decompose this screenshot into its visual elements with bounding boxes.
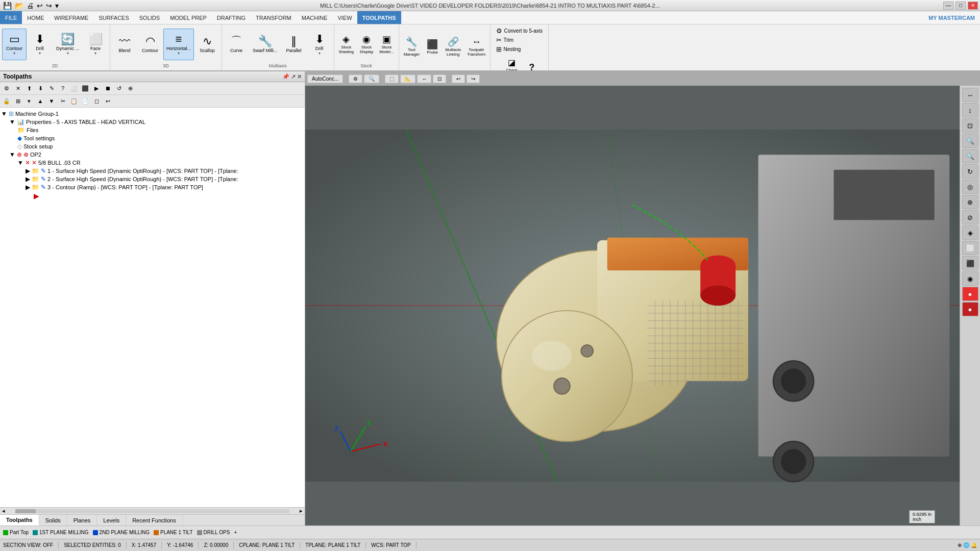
vp-grid-btn[interactable]: ⬚ bbox=[385, 74, 399, 83]
ribbon-btn-curve[interactable]: ⌒ Curve bbox=[224, 29, 249, 60]
vp-pan-btn[interactable]: ↔ bbox=[417, 74, 431, 83]
panel-btn-down[interactable]: ▼ bbox=[46, 96, 57, 106]
vp-settings-btn[interactable]: ⚙ bbox=[349, 74, 362, 83]
panel-btn-11[interactable]: ↺ bbox=[114, 83, 124, 93]
ribbon-btn-swarf[interactable]: 🔧 Swarf Milli... bbox=[250, 29, 281, 60]
face-dropdown[interactable]: ▾ bbox=[94, 51, 96, 56]
qat-undo-icon[interactable]: ↩ bbox=[36, 1, 44, 10]
ribbon-btn-dynamic[interactable]: 🔄 Dynamic ... ▾ bbox=[53, 29, 82, 60]
side-btn-13[interactable]: ◉ bbox=[962, 271, 978, 286]
side-btn-14-red[interactable]: ● bbox=[962, 287, 978, 301]
panel-btn-8[interactable]: ⬛ bbox=[80, 83, 90, 93]
ribbon-btn-probe[interactable]: ⬛ Probe bbox=[423, 31, 442, 63]
tab-planes[interactable]: Planes bbox=[67, 515, 97, 525]
status-icons[interactable]: ⊕ 🌐 🔔 bbox=[958, 542, 977, 548]
menu-machine[interactable]: MACHINE bbox=[297, 11, 333, 24]
panel-btn-lock[interactable]: 🔒 bbox=[2, 96, 12, 106]
side-btn-9[interactable]: ⊘ bbox=[962, 210, 978, 224]
quick-access-toolbar[interactable]: 💾 📂 🖨 ↩ ↪ ▾ bbox=[2, 1, 60, 10]
menu-transform[interactable]: TRANSFORM bbox=[251, 11, 297, 24]
panel-float-icon[interactable]: ↗ bbox=[291, 73, 296, 80]
ribbon-btn-blend[interactable]: 〰 Blend bbox=[112, 29, 137, 60]
qat-open-icon[interactable]: 📂 bbox=[14, 1, 24, 10]
menu-wireframe[interactable]: WIREFRAME bbox=[49, 11, 93, 24]
tab-solids[interactable]: Solids bbox=[39, 515, 67, 525]
menu-solids[interactable]: SOLIDS bbox=[134, 11, 165, 24]
vp-undo-btn[interactable]: ↩ bbox=[452, 74, 465, 83]
tree-op1[interactable]: ▶ 📁 ✎ 1 - Surface High Speed (Dynamic Op… bbox=[1, 167, 304, 175]
tree-files[interactable]: 📁 Files bbox=[1, 126, 304, 134]
drill-ops-expand[interactable]: + bbox=[234, 530, 237, 535]
ribbon-btn-parallel[interactable]: ∥ Parallel bbox=[282, 29, 306, 60]
viewport[interactable]: AutoConc... ⚙ 🔍 ⬚ 📐 ↔ ⊡ ↩ ↪ bbox=[305, 71, 980, 525]
panel-btn-regen[interactable]: ↩ bbox=[103, 96, 113, 106]
side-btn-12[interactable]: ⬛ bbox=[962, 256, 978, 270]
ribbon-btn-convert-5axis[interactable]: ⚙ Convert to 5-axis bbox=[495, 27, 544, 35]
vp-autoconfigure-btn[interactable]: AutoConc... bbox=[307, 74, 343, 83]
ribbon-btn-trim[interactable]: ✂ Trim bbox=[495, 36, 544, 44]
horizontal-dropdown[interactable]: ▾ bbox=[178, 51, 180, 56]
menu-surfaces[interactable]: SURFACES bbox=[93, 11, 134, 24]
tab-levels[interactable]: Levels bbox=[97, 515, 126, 525]
vp-fit-btn[interactable]: ⊡ bbox=[433, 74, 446, 83]
panel-btn-7[interactable]: ⬜ bbox=[69, 83, 79, 93]
tree-tool-settings[interactable]: ◆ Tool settings bbox=[1, 134, 304, 142]
panel-close-icon[interactable]: ✕ bbox=[297, 73, 302, 80]
tab-recent-functions[interactable]: Recent Functions bbox=[126, 515, 183, 525]
tree-op2[interactable]: ▼ ⊕ ⊕ OP2 bbox=[1, 151, 304, 159]
menu-view[interactable]: VIEW bbox=[333, 11, 357, 24]
ribbon-btn-check-holder[interactable]: ◪ CheckHolder bbox=[501, 56, 523, 71]
ribbon-btn-horizontal[interactable]: ≡ Horizontal... ▾ bbox=[163, 29, 194, 60]
drill-dropdown[interactable]: ▾ bbox=[39, 51, 41, 56]
panel-btn-1[interactable]: ⚙ bbox=[2, 83, 12, 93]
ribbon-btn-nesting[interactable]: ⊞ Nesting bbox=[495, 45, 544, 54]
minimize-button[interactable]: — bbox=[943, 2, 953, 10]
tree-bull-tool[interactable]: ▼ ✕ ✕ 5/8 BULL .03 CR bbox=[1, 159, 304, 167]
scroll-track[interactable] bbox=[15, 509, 289, 513]
panel-btn-6[interactable]: ? bbox=[58, 83, 68, 93]
qat-more-icon[interactable]: ▾ bbox=[54, 1, 60, 10]
panel-btn-layers[interactable]: ⊞ bbox=[13, 96, 23, 106]
tree-area[interactable]: ▼ ⊞ Machine Group-1 ▼ 📊 Properties - 5 -… bbox=[0, 108, 305, 507]
side-btn-1[interactable]: ↔ bbox=[962, 88, 978, 102]
panel-btn-10[interactable]: ⏹ bbox=[103, 83, 113, 93]
ribbon-btn-scallop[interactable]: ∿ Scallop bbox=[195, 29, 219, 60]
scroll-thumb[interactable] bbox=[15, 509, 36, 513]
menu-toolpaths[interactable]: TOOLPATHS bbox=[357, 11, 401, 24]
tree-stock-setup[interactable]: ◇ Stock setup bbox=[1, 142, 304, 151]
panel-btn-9[interactable]: ▶ bbox=[91, 83, 102, 93]
side-btn-15-dark-red[interactable]: ● bbox=[962, 302, 978, 316]
side-btn-6[interactable]: ↻ bbox=[962, 164, 978, 179]
side-btn-4[interactable]: 🔍 bbox=[962, 134, 978, 148]
qat-redo-icon[interactable]: ↪ bbox=[45, 1, 53, 10]
dynamic-dropdown[interactable]: ▾ bbox=[67, 51, 69, 56]
side-btn-3[interactable]: ⊡ bbox=[962, 118, 978, 133]
contour-dropdown[interactable]: ▾ bbox=[13, 51, 15, 56]
tree-properties[interactable]: ▼ 📊 Properties - 5 - AXIS TABLE - HEAD V… bbox=[1, 118, 304, 126]
side-btn-2[interactable]: ↕ bbox=[962, 103, 978, 117]
play-icon[interactable]: ▶ bbox=[34, 192, 39, 200]
ribbon-btn-tool-manager[interactable]: 🔧 ToolManager bbox=[401, 31, 423, 63]
side-btn-11[interactable]: ⬜ bbox=[962, 241, 978, 255]
qat-save-icon[interactable]: 💾 bbox=[2, 1, 13, 10]
side-btn-7[interactable]: ◎ bbox=[962, 180, 978, 194]
panel-btn-up[interactable]: ▲ bbox=[35, 96, 45, 106]
tree-play[interactable]: ▶ bbox=[1, 191, 304, 201]
scroll-right-btn[interactable]: ▸ bbox=[298, 508, 305, 514]
panel-btn-cut[interactable]: ✂ bbox=[58, 96, 68, 106]
ribbon-btn-stock-model[interactable]: ▣ StockModel... bbox=[377, 29, 396, 60]
ribbon-btn-contour[interactable]: ▭ Contour ▾ bbox=[2, 29, 27, 60]
ribbon-btn-drill[interactable]: ⬇ Drill ▾ bbox=[28, 29, 52, 60]
ribbon-btn-drill-ma[interactable]: ⬇ Drill ▾ bbox=[307, 29, 332, 60]
panel-btn-select[interactable]: ◻ bbox=[91, 96, 102, 106]
render-area[interactable]: X Y Z 0.6295 in Inch bbox=[305, 86, 960, 525]
ribbon-btn-stock-shading[interactable]: ◈ StockShading bbox=[336, 29, 356, 60]
menu-drafting[interactable]: DRAFTING bbox=[212, 11, 251, 24]
panel-btn-copy[interactable]: 📋 bbox=[69, 96, 79, 106]
tree-op3[interactable]: ▶ 📁 ✎ 3 - Contour (Ramp) - [WCS: PART TO… bbox=[1, 183, 304, 191]
side-btn-8[interactable]: ⊕ bbox=[962, 195, 978, 209]
maximize-button[interactable]: □ bbox=[955, 2, 966, 10]
panel-btn-4[interactable]: ⬇ bbox=[35, 83, 45, 93]
tree-machine-group[interactable]: ▼ ⊞ Machine Group-1 bbox=[1, 110, 304, 118]
ribbon-btn-face[interactable]: ⬜ Face ▾ bbox=[83, 29, 108, 60]
